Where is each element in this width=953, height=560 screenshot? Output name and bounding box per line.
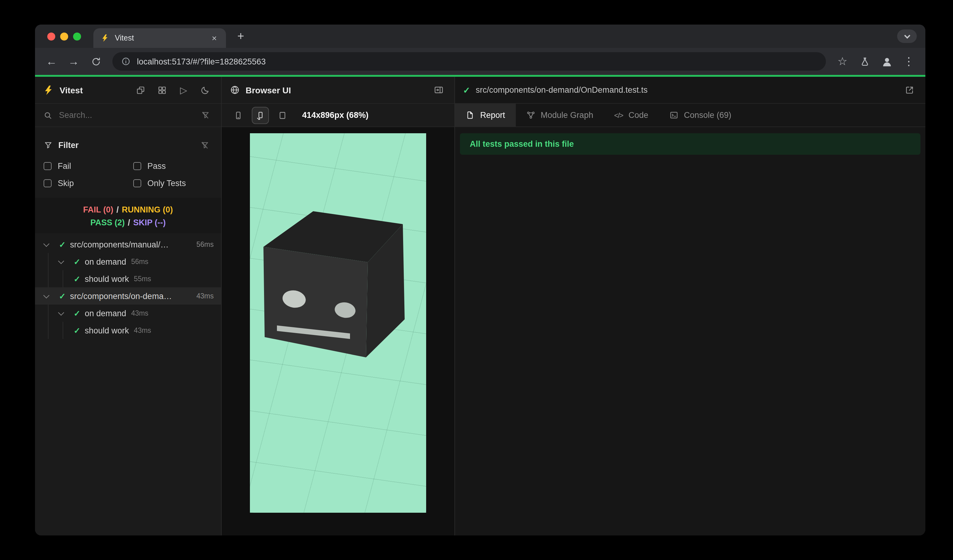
device-tablet-button[interactable]: [274, 107, 291, 124]
back-arrow-icon: ←: [46, 55, 57, 68]
browser-ui-pane: Browser UI 414x896px (68%): [222, 77, 455, 535]
dock-to-right-icon: [433, 85, 444, 95]
code-icon: </>: [614, 111, 623, 119]
grid-dashboard-icon: [157, 85, 167, 95]
tree-row-file-selected[interactable]: ✓ src/components/on-dema… 43ms: [35, 287, 221, 304]
back-button[interactable]: ←: [41, 51, 62, 72]
dock-panel-button[interactable]: [430, 82, 446, 98]
browser-tab-strip: Vitest × +: [35, 25, 925, 48]
clear-search-button[interactable]: [197, 107, 213, 123]
address-bar[interactable]: localhost:5173/#/?file=1828625563: [112, 52, 826, 71]
window-close-button[interactable]: [47, 32, 55, 40]
device-mobile-icon: [233, 110, 243, 120]
clear-filters-button[interactable]: [197, 137, 213, 153]
tree-row-test[interactable]: ✓ should work 43ms: [35, 322, 221, 339]
tree-row-suite[interactable]: ✓ on demand 43ms: [35, 304, 221, 322]
checkbox-label: Fail: [58, 161, 71, 171]
tab-report[interactable]: Report: [455, 104, 515, 127]
cube-robot-3d-preview: [250, 133, 426, 513]
search-input[interactable]: [58, 110, 192, 120]
filter-checkbox-skip[interactable]: Skip: [43, 179, 133, 188]
profile-button[interactable]: [876, 51, 897, 72]
tree-item-time: 55ms: [134, 275, 151, 282]
url-text: localhost:5173/#/?file=1828625563: [137, 57, 266, 66]
window-zoom-button[interactable]: [73, 32, 81, 40]
tab-code[interactable]: </> Code: [604, 104, 658, 127]
detail-tabs: Report Module Graph </> Code Console (69…: [455, 104, 925, 127]
tab-label: Report: [480, 110, 505, 120]
star-icon: ☆: [838, 55, 847, 68]
filter-checkbox-pass[interactable]: Pass: [133, 161, 213, 171]
tree-row-file[interactable]: ✓ src/components/manual/… 56ms: [35, 236, 221, 253]
skip-count: SKIP (--): [133, 218, 166, 227]
chevron-down-icon[interactable]: [44, 242, 59, 247]
device-mobile-button[interactable]: [230, 107, 247, 124]
kebab-menu-icon: ⋮: [903, 55, 914, 68]
device-toolbar: 414x896px (68%): [222, 104, 455, 127]
rerun-all-button[interactable]: ▷: [175, 82, 192, 98]
desktop-background: Vitest × + ← → localhost:5173/#/?file=18…: [0, 0, 953, 560]
all-tests-passed-banner: All tests passed in this file: [460, 133, 920, 155]
site-info-icon[interactable]: [121, 56, 131, 66]
collapse-tests-button[interactable]: [133, 82, 149, 98]
tree-row-suite[interactable]: ✓ on demand 56ms: [35, 253, 221, 270]
test-explorer-pane: Vitest ▷: [35, 77, 222, 535]
vitest-logo-icon: [43, 84, 54, 96]
tab-module-graph[interactable]: Module Graph: [515, 104, 604, 127]
module-graph-icon: [526, 110, 535, 120]
preview-area: [222, 127, 455, 535]
chevron-down-icon[interactable]: [59, 259, 74, 264]
app-title: Vitest: [60, 85, 83, 95]
tree-item-label: src/components/manual/…: [70, 240, 169, 249]
chevron-down-icon: [904, 32, 910, 38]
filter-checkbox-only-tests[interactable]: Only Tests: [133, 179, 213, 188]
tree-item-time: 43ms: [134, 327, 151, 334]
bookmark-star-button[interactable]: ☆: [832, 51, 853, 72]
checkbox-label: Only Tests: [147, 179, 186, 188]
collapse-tests-icon: [136, 85, 146, 95]
experiments-button[interactable]: [854, 51, 875, 72]
filter-label: Filter: [58, 140, 79, 149]
browser-tab-vitest[interactable]: Vitest ×: [93, 28, 226, 48]
flask-icon: [859, 56, 870, 67]
tab-close-icon[interactable]: ×: [209, 33, 220, 43]
tab-label: Console (69): [684, 110, 731, 120]
play-icon: ▷: [180, 84, 187, 96]
tree-item-time: 43ms: [197, 292, 214, 299]
filter-checkbox-fail[interactable]: Fail: [43, 161, 133, 171]
window-minimize-button[interactable]: [60, 32, 68, 40]
pass-check-icon: ✓: [74, 326, 85, 335]
new-tab-button[interactable]: +: [232, 28, 249, 45]
profile-avatar-icon: [880, 55, 893, 68]
forward-button[interactable]: →: [63, 51, 84, 72]
dashboard-button[interactable]: [154, 82, 170, 98]
report-content: All tests passed in this file: [455, 127, 925, 535]
browser-menu-button[interactable]: ⋮: [898, 51, 919, 72]
window-controls: [47, 32, 81, 40]
tab-console[interactable]: Console (69): [658, 104, 742, 127]
external-link-icon: [904, 85, 915, 95]
tree-item-label: should work: [85, 326, 129, 335]
browser-preview-viewport[interactable]: [250, 133, 426, 513]
search-row: [35, 104, 221, 127]
pass-check-icon: ✓: [59, 292, 70, 301]
checkbox-icon: [133, 162, 141, 170]
open-external-button[interactable]: [902, 82, 917, 98]
browser-window: Vitest × + ← → localhost:5173/#/?file=18…: [35, 25, 925, 535]
device-rotate-icon: [255, 110, 265, 120]
tab-search-button[interactable]: [897, 29, 917, 43]
forward-arrow-icon: →: [68, 55, 79, 68]
tree-row-test[interactable]: ✓ should work 55ms: [35, 270, 221, 287]
chevron-down-icon[interactable]: [44, 294, 59, 298]
checkbox-icon: [133, 179, 141, 187]
tab-label: Code: [629, 110, 649, 120]
tree-item-time: 56ms: [197, 241, 214, 248]
reload-button[interactable]: [85, 51, 106, 72]
chevron-down-icon[interactable]: [59, 311, 74, 315]
pass-check-icon: ✓: [74, 257, 85, 266]
explorer-content: Filter Fail Pass: [35, 127, 221, 535]
tree-item-label: should work: [85, 274, 129, 283]
theme-toggle-button[interactable]: [197, 82, 213, 98]
report-doc-icon: [466, 110, 475, 120]
device-rotate-button[interactable]: [252, 107, 269, 124]
